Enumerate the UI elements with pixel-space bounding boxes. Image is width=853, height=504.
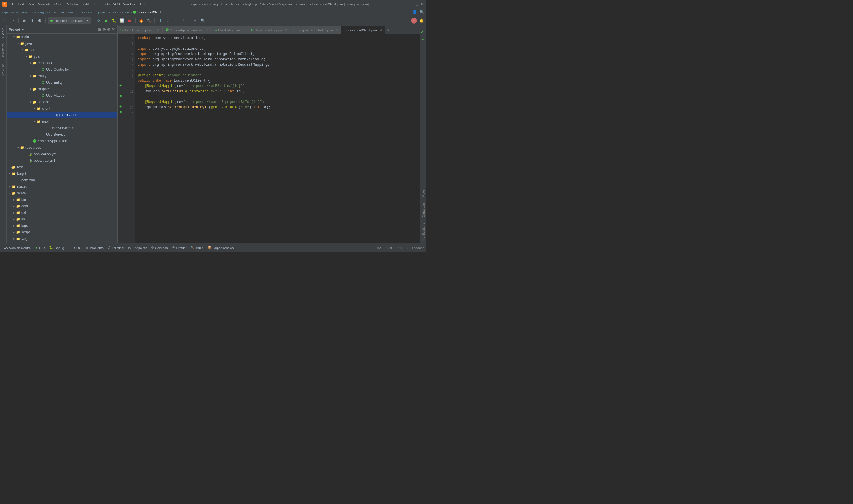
recent-files-button[interactable]: ⊞ xyxy=(21,17,28,24)
tab-close-icon[interactable]: ✕ xyxy=(242,28,245,32)
build-button[interactable]: 🔨 xyxy=(145,17,152,24)
tree-item-seata[interactable]: ▾ 📁 seata xyxy=(6,190,117,196)
search-everywhere-icon[interactable]: 🔍 xyxy=(419,10,424,14)
bc-service[interactable]: service xyxy=(108,10,119,14)
run-with-coverage-button[interactable]: 📊 xyxy=(119,17,125,24)
search-button[interactable]: 🔍 xyxy=(199,17,206,24)
translate-button[interactable]: 文 xyxy=(192,17,198,24)
tree-item-impl[interactable]: ▾ 📁 impl xyxy=(6,118,117,125)
tree-item-ext[interactable]: ▸ 📁 ext xyxy=(6,210,117,216)
tree-item-java[interactable]: ▾ 📁 java xyxy=(6,40,117,47)
collapse-all-icon[interactable]: ⊟ xyxy=(98,27,101,32)
project-panel-dropdown-icon[interactable]: ▾ xyxy=(22,28,24,31)
tree-item-main[interactable]: ▾ 📁 main xyxy=(6,34,117,40)
tree-item-entity[interactable]: ▾ 📁 entity xyxy=(6,73,117,79)
bc-yuan[interactable]: yuan xyxy=(98,10,105,14)
notifications-panel-toggle[interactable]: Notifications xyxy=(421,221,426,243)
close-button[interactable]: ✕ xyxy=(421,2,424,6)
tree-item-usercontroller[interactable]: ▸ C UserController xyxy=(6,66,117,73)
stop-button[interactable]: ⏹ xyxy=(126,17,133,24)
gutter-line-11b[interactable]: ◉ xyxy=(118,93,123,98)
line-ending[interactable]: CRLF xyxy=(386,246,395,250)
menu-run[interactable]: Run xyxy=(92,2,98,6)
gutter-line-14[interactable]: ◉ xyxy=(118,109,123,114)
tree-item-logs[interactable]: ▸ 📁 logs xyxy=(6,222,117,229)
run-status-button[interactable]: ▶ Run xyxy=(34,245,47,251)
cursor-position[interactable]: 16:1 xyxy=(377,246,383,250)
tree-item-script[interactable]: ▸ 📁 script xyxy=(6,229,117,235)
tree-item-application-yml[interactable]: ▸ 🍃 application.yml xyxy=(6,151,117,157)
encoding[interactable]: UTF-8 xyxy=(398,246,407,250)
bc-manage-system[interactable]: manage-system xyxy=(34,10,57,14)
tree-item-bin[interactable]: ▸ 📁 bin xyxy=(6,196,117,203)
tab-close-icon[interactable]: ✕ xyxy=(335,28,338,32)
menu-window[interactable]: Window xyxy=(123,2,135,6)
run-config-dropdown-icon[interactable]: ▾ xyxy=(86,19,88,22)
tree-item-target2[interactable]: ▸ 📁 target xyxy=(6,235,117,242)
tree-item-client[interactable]: ▾ 📁 client xyxy=(6,105,117,112)
tab-userserviceimpl[interactable]: C UserServiceImpl.java ✕ xyxy=(118,26,163,34)
dependencies-button[interactable]: 📦 Dependencies xyxy=(206,245,235,251)
project-panel-toggle[interactable]: Project xyxy=(1,28,5,38)
tree-item-resources[interactable]: ▾ 📁 resources xyxy=(6,144,117,151)
notifications-button[interactable]: 🔔 xyxy=(418,17,425,24)
window-controls[interactable]: ─ □ ✕ xyxy=(411,2,424,6)
tree-item-systemapplication[interactable]: ▸ 🅐 SystemApplication xyxy=(6,138,117,144)
tab-equipmentclient[interactable]: I EquipmentClient.java ✕ xyxy=(341,26,385,34)
vcs-push-button[interactable]: ⬆ xyxy=(173,17,179,24)
code-editor[interactable]: package com.yuan.service.client; import … xyxy=(135,34,420,243)
run-configuration[interactable]: EquipmentApplication ▾ xyxy=(48,17,91,24)
menu-bar[interactable]: File Edit View Navigate Code Refactor Bu… xyxy=(10,2,145,6)
database-panel-toggle[interactable]: Database xyxy=(421,201,426,219)
gutter-line-10[interactable]: ◉ xyxy=(118,82,123,88)
tree-item-nacos[interactable]: ▸ 📁 nacos xyxy=(6,183,117,190)
sync-button[interactable]: ⟳ xyxy=(95,17,102,24)
close-panel-icon[interactable]: ✕ xyxy=(111,27,115,32)
tabs-overflow-button[interactable]: » xyxy=(385,26,391,34)
bc-client[interactable]: client xyxy=(122,10,130,14)
terminal-button[interactable]: ⬡ Terminal xyxy=(106,245,126,251)
build-status-button[interactable]: 🔨 Build xyxy=(189,245,205,251)
maven-panel-toggle[interactable]: Maven xyxy=(421,185,426,200)
todo-button[interactable]: ✓ TODO xyxy=(67,245,84,251)
tab-close-icon[interactable]: ✕ xyxy=(206,28,209,32)
tree-item-test[interactable]: ▸ 📁 test xyxy=(6,164,117,170)
tree-item-userservice[interactable]: ▸ I UserService xyxy=(6,131,117,138)
debug-button[interactable]: 🐛 xyxy=(111,17,118,24)
tree-item-controller[interactable]: ▾ 📁 controller xyxy=(6,60,117,66)
tab-equipmentcontroller[interactable]: C EquipmentController.java ✕ xyxy=(290,26,341,34)
tab-userentity[interactable]: C UserEntity.java ✕ xyxy=(212,26,248,34)
structure-panel-toggle[interactable]: Structure xyxy=(1,64,5,77)
settings-icon[interactable]: ⚙ xyxy=(107,27,110,32)
menu-code[interactable]: Code xyxy=(54,2,62,6)
debug-status-button[interactable]: 🐛 Debug xyxy=(47,245,66,251)
vcs-menu-button[interactable]: ⋮ xyxy=(180,17,187,24)
profiler-button[interactable]: ⏱ Profiler xyxy=(170,245,189,251)
menu-vcs[interactable]: VCS xyxy=(113,2,120,6)
menu-tools[interactable]: Tools xyxy=(102,2,109,6)
bc-equipment-manage[interactable]: equipment-manage xyxy=(2,10,31,14)
tab-usercontroller[interactable]: C UserController.java ✕ xyxy=(248,26,290,34)
tree-item-com[interactable]: ▾ 📁 com xyxy=(6,47,117,53)
settings-button[interactable]: ⚙ xyxy=(36,17,43,24)
vcs-commit-button[interactable]: ✓ xyxy=(165,17,171,24)
tree-item-mapper[interactable]: ▾ 📁 mapper xyxy=(6,86,117,92)
endpoints-button[interactable]: ◎ Endpoints xyxy=(126,245,149,251)
tree-item-target-orange[interactable]: ▾ 📁 target xyxy=(6,170,117,177)
tab-close-icon[interactable]: ✕ xyxy=(284,28,287,32)
tree-item-pom-xml[interactable]: ▸ m pom.xml xyxy=(6,177,117,183)
bc-main[interactable]: main xyxy=(68,10,75,14)
tree-item-bootstrap-yml[interactable]: ▸ 🍃 bootstrap.yml xyxy=(6,157,117,164)
indent-setting[interactable]: 4 spaces xyxy=(411,246,424,250)
user-icon[interactable]: 👤 xyxy=(412,10,417,14)
tree-item-conf[interactable]: ▸ 📁 conf xyxy=(6,203,117,210)
tree-item-userentity[interactable]: ▸ C UserEntity xyxy=(6,79,117,86)
tree-item-service[interactable]: ▾ 📁 service xyxy=(6,99,117,105)
forward-button[interactable]: → xyxy=(10,17,16,24)
version-control-button[interactable]: ⎇ Version Control xyxy=(2,245,33,251)
menu-navigate[interactable]: Navigate xyxy=(38,2,51,6)
run-button[interactable]: ▶ xyxy=(103,17,110,24)
vcs-update-button[interactable]: ⬇ xyxy=(157,17,164,24)
bc-com[interactable]: com xyxy=(88,10,94,14)
navigate-up-button[interactable]: ⬆ xyxy=(29,17,35,24)
